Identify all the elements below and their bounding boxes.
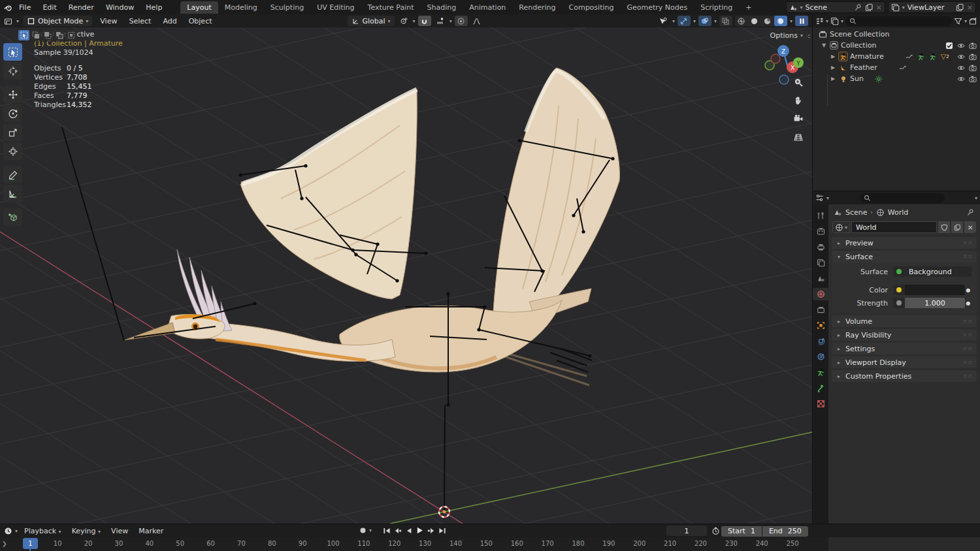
overlays-toggle[interactable] (698, 16, 711, 26)
ruler-tick[interactable]: 80 (268, 540, 276, 547)
menu-view[interactable]: View (107, 526, 132, 536)
playhead[interactable]: 1 (23, 538, 38, 549)
copy-datablock-button[interactable] (951, 221, 963, 233)
properties-search-input[interactable] (860, 193, 945, 203)
pin-icon[interactable] (966, 208, 975, 217)
menu-file[interactable]: File (14, 2, 36, 13)
menu-render[interactable]: Render (63, 2, 99, 13)
exclude-checkbox[interactable] (944, 40, 954, 50)
ruler-tick[interactable]: 140 (449, 540, 462, 547)
ruler-tick[interactable]: 180 (572, 540, 584, 547)
menu-playback[interactable]: Playback ▾ (20, 526, 65, 536)
expand-arrow[interactable]: ❯ (2, 541, 7, 547)
disclosure-triangle-icon[interactable]: ▼ (821, 42, 827, 48)
tab-geometry-nodes[interactable]: Geometry Nodes (620, 1, 694, 14)
surface-shader-button[interactable]: Background (905, 266, 972, 277)
row-collection[interactable]: ▼ Collection (813, 40, 980, 51)
chevron-down-icon[interactable]: ▾ (16, 18, 19, 24)
ruler-tick[interactable]: 120 (388, 540, 400, 547)
new-viewlayer-icon[interactable] (956, 3, 964, 12)
ruler-tick[interactable]: 210 (664, 540, 676, 547)
ruler-tick[interactable]: 220 (694, 540, 707, 547)
new-scene-icon[interactable] (865, 3, 874, 12)
options-button[interactable]: Options▾ (765, 30, 808, 40)
tab-texture[interactable] (813, 398, 828, 410)
row-scene-collection[interactable]: Scene Collection (813, 29, 980, 40)
viewlayer-name[interactable]: ViewLayer (907, 3, 953, 12)
fake-user-shield-button[interactable] (938, 221, 950, 233)
panel-surface[interactable]: ▾Surface⁙⁙ Surface Background Color (832, 251, 977, 313)
color-socket[interactable] (893, 285, 905, 295)
tool-annotate[interactable] (3, 166, 22, 183)
gizmo-axis-neg[interactable] (771, 54, 780, 63)
play-reverse-button[interactable] (404, 525, 414, 536)
scene-selector[interactable]: ▾ Scene × (786, 1, 885, 13)
ruler-tick[interactable]: 10 (54, 540, 62, 547)
proportional-falloff-dropdown[interactable] (470, 16, 483, 26)
tool-add-primitive[interactable] (3, 208, 22, 226)
world-name-field[interactable]: World (851, 221, 937, 233)
editor-type-icon[interactable] (4, 527, 12, 535)
ruler-tick[interactable]: 130 (419, 540, 431, 547)
tab-compositing[interactable]: Compositing (563, 1, 621, 14)
pin-icon[interactable] (854, 3, 862, 12)
tab-world[interactable] (813, 288, 828, 300)
tab-layout[interactable]: Layout (180, 1, 218, 14)
chevron-down-icon[interactable]: ▾ (800, 5, 803, 10)
surface-socket[interactable] (893, 266, 905, 277)
breadcrumb-scene[interactable]: Scene (845, 208, 868, 217)
editor-type-icon[interactable] (4, 17, 12, 25)
pivot-point-dropdown[interactable] (397, 16, 410, 26)
hide-eye-icon[interactable] (956, 63, 966, 72)
tab-scene[interactable] (813, 272, 828, 285)
shading-solid-button[interactable] (748, 16, 761, 26)
tool-rotate[interactable] (3, 104, 22, 122)
tool-scale[interactable] (3, 123, 22, 141)
render-visibility-icon[interactable] (968, 52, 977, 61)
display-mode-icon[interactable] (830, 17, 839, 25)
timeline-ruler[interactable]: ❯ 1 102030405060708090100110120130140150… (0, 537, 980, 551)
select-mode-extend[interactable] (30, 30, 41, 40)
ruler-tick[interactable]: 110 (357, 540, 370, 547)
feather-label[interactable]: Feather (850, 63, 877, 72)
tab-tool[interactable] (813, 210, 828, 222)
tab-animation[interactable]: Animation (463, 1, 512, 14)
add-workspace-button[interactable]: + (739, 1, 758, 14)
select-mode-subtract[interactable] (42, 30, 53, 40)
ruler-tick[interactable]: 240 (756, 540, 768, 547)
tab-object[interactable] (813, 319, 828, 332)
tab-rendering[interactable]: Rendering (512, 1, 562, 14)
show-object-types-dropdown[interactable] (657, 16, 670, 26)
strength-slider[interactable]: 1.000 (905, 298, 965, 308)
ruler-tick[interactable]: 40 (145, 540, 154, 547)
scene-name[interactable]: Scene (806, 3, 851, 12)
ruler-tick[interactable]: 200 (633, 540, 645, 547)
camera-view-icon[interactable] (792, 113, 804, 125)
tab-shading[interactable]: Shading (421, 1, 463, 14)
viewport-3d[interactable]: ▾ Object Mode ▾ View Select Add Object G… (0, 14, 812, 524)
new-collection-icon[interactable] (969, 17, 977, 25)
pan-hand-icon[interactable] (792, 95, 804, 106)
frame-end-field[interactable]: End250 (762, 526, 808, 537)
snap-toggle[interactable] (418, 16, 431, 26)
play-button[interactable] (415, 525, 425, 536)
disclosure-triangle-icon[interactable]: ▶ (830, 76, 836, 82)
auto-keying-button[interactable] (358, 525, 368, 536)
tab-view-layer[interactable] (813, 257, 828, 269)
drag-handle-icon[interactable]: ⁙⁙ (963, 254, 973, 260)
select-mode-invert[interactable] (54, 30, 65, 40)
gizmos-toggle[interactable] (678, 16, 691, 26)
color-swatch-field[interactable] (905, 285, 965, 295)
tab-constraints[interactable] (813, 351, 828, 363)
shading-wireframe-button[interactable] (735, 16, 748, 26)
menu-view[interactable]: View (96, 16, 121, 26)
hide-eye-icon[interactable] (956, 74, 966, 84)
tab-collection[interactable] (813, 304, 828, 316)
tab-physics[interactable] (813, 335, 828, 347)
disclosure-triangle-icon[interactable]: ▶ (830, 65, 836, 71)
xray-toggle[interactable] (719, 16, 732, 26)
zoom-icon[interactable] (792, 76, 804, 88)
tab-output[interactable] (813, 241, 828, 253)
panel-custom-properties[interactable]: ▸Custom Properties⁙⁙ (832, 370, 977, 382)
tab-bone[interactable] (813, 382, 828, 394)
